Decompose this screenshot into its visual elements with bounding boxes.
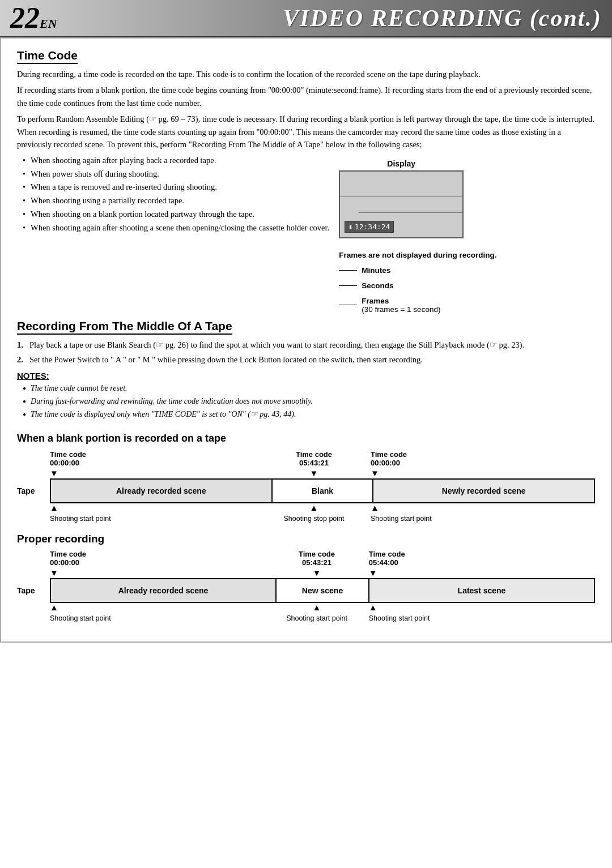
frames-note-row: Frames are not displayed during recordin… <box>339 251 496 259</box>
note-0: The time code cannot be reset. <box>23 382 595 394</box>
proper-bottom-labels: Shooting start point Shooting start poin… <box>17 614 595 622</box>
blank-bottom-arrows: ▲ ▲ ▲ <box>17 503 595 515</box>
seconds-label: Seconds <box>362 281 393 290</box>
blank-tc-col-0: Time code 00:00:00 <box>50 450 274 467</box>
proper-bottom-arrows: ▲ ▲ ▲ <box>17 603 595 614</box>
proper-shoot-label-0: Shooting start point <box>50 614 276 622</box>
blank-tc-label-2: Time code <box>371 450 407 459</box>
blank-tc-headers: Time code 00:00:00 Time code 05:43:21 Ti… <box>17 450 595 467</box>
step-2: 2. Set the Power Switch to " A " or " M … <box>17 353 595 366</box>
proper-arrow-up-2: ▲ <box>369 603 377 613</box>
proper-tc-val-2: 05:44:00 <box>369 558 398 567</box>
blank-arrow-down-1: ▼ <box>310 469 318 478</box>
blank-tape-bar-row: Tape Already recorded scene Blank Newly … <box>17 478 595 503</box>
blank-tape-bar: Already recorded scene Blank Newly recor… <box>50 478 595 503</box>
proper-tc-col-2: Time code 05:44:00 <box>369 550 595 567</box>
bullet-item-1: When power shuts off during shooting. <box>23 168 330 181</box>
blank-seg-1: Blank <box>273 480 374 502</box>
proper-seg-1: New scene <box>277 579 369 602</box>
blank-tape-label: Tape <box>17 478 50 503</box>
blank-arrow-up-2: ▲ <box>371 503 379 513</box>
timecode-icon: ▮ <box>348 223 352 230</box>
minutes-line <box>339 270 357 271</box>
proper-tc-label-2: Time code <box>369 550 405 558</box>
proper-arrow-down-0: ▼ <box>50 568 58 578</box>
proper-tc-val-1: 05:43:21 <box>302 558 332 567</box>
proper-recording-section: Proper recording Time code 00:00:00 Time… <box>17 533 595 622</box>
time-code-para1: During recording, a time code is recorde… <box>17 68 595 80</box>
blank-tc-label-0: Time code <box>50 450 86 459</box>
seconds-row: Seconds <box>339 281 496 290</box>
proper-arrow-up-1: ▲ <box>313 603 321 613</box>
page-number: 22EN <box>10 3 57 33</box>
proper-seg-0: Already recorded scene <box>51 579 277 602</box>
notes-title: NOTES: <box>17 371 595 380</box>
time-code-para2: If recording starts from a blank portion… <box>17 84 595 109</box>
recording-steps: 1. Play back a tape or use Blank Search … <box>17 339 595 366</box>
bullet-item-0: When shooting again after playing back a… <box>23 155 330 167</box>
proper-shoot-label-2: Shooting start point <box>369 614 595 622</box>
bullet-list: When shooting again after playing back a… <box>23 155 330 234</box>
proper-tc-headers: Time code 00:00:00 Time code 05:43:21 Ti… <box>17 550 595 567</box>
proper-tc-col-0: Time code 00:00:00 <box>50 550 276 567</box>
main-content: Time Code During recording, a time code … <box>0 37 612 643</box>
minutes-row: Minutes <box>339 266 496 275</box>
frames-sub: (30 frames = 1 second) <box>362 305 440 314</box>
display-box: ▮ 12:34:24 <box>339 170 464 238</box>
display-label: Display <box>387 159 415 168</box>
proper-top-arrows: ▼ ▼ ▼ <box>17 567 595 578</box>
proper-arrow-down-1: ▼ <box>313 568 321 578</box>
proper-tc-label-0: Time code <box>50 550 86 558</box>
time-code-col-layout: When shooting again after playing back a… <box>17 155 595 314</box>
notes-block: NOTES: The time code cannot be reset. Du… <box>17 371 595 420</box>
blank-bottom-labels: Shooting start point Shooting stop point… <box>17 515 595 523</box>
proper-arrow-down-2: ▼ <box>369 568 377 578</box>
blank-tc-label-1: Time code <box>296 450 332 459</box>
proper-shoot-label-1: Shooting start point <box>270 614 363 622</box>
blank-tc-val-2: 00:00:00 <box>371 459 400 467</box>
blank-arrow-down-2: ▼ <box>371 469 379 478</box>
proper-tc-label-1: Time code <box>299 550 335 558</box>
blank-shoot-label-0: Shooting start point <box>50 515 274 523</box>
proper-tc-col-1: Time code 05:43:21 <box>270 550 363 567</box>
frames-line <box>339 305 357 305</box>
blank-portion-title: When a blank portion is recorded on a ta… <box>17 433 595 444</box>
blank-top-arrows: ▼ ▼ ▼ <box>17 467 595 478</box>
blank-tc-val-0: 00:00:00 <box>50 459 79 467</box>
blank-seg-2: Newly recorded scene <box>373 480 594 502</box>
blank-tc-col-2: Time code 00:00:00 <box>371 450 595 467</box>
frames-row: Frames (30 frames = 1 second) <box>339 297 496 314</box>
seconds-line <box>339 285 357 286</box>
blank-seg-0: Already recorded scene <box>51 480 273 502</box>
page-header: 22EN VIDEO RECORDING (cont.) <box>0 0 612 37</box>
bullet-item-4: When shooting on a blank portion located… <box>23 208 330 221</box>
frames-label: Frames <box>362 297 440 305</box>
blank-shoot-label-1: Shooting stop point <box>263 515 365 523</box>
proper-seg-2: Latest scene <box>369 579 594 602</box>
display-col: Display ▮ 12:34:24 Frames are not displa… <box>339 155 595 314</box>
blank-arrow-up-1: ▲ <box>310 503 318 513</box>
blank-arrow-down-0: ▼ <box>50 469 58 478</box>
proper-arrow-up-0: ▲ <box>50 603 58 613</box>
note-2: The time code is displayed only when "TI… <box>23 408 595 420</box>
frames-note: Frames are not displayed during recordin… <box>339 251 496 259</box>
proper-tc-val-0: 00:00:00 <box>50 558 79 567</box>
blank-arrow-up-0: ▲ <box>50 503 58 513</box>
step-1: 1. Play back a tape or use Blank Search … <box>17 339 595 351</box>
time-code-title: Time Code <box>17 49 78 64</box>
page-title: VIDEO RECORDING (cont.) <box>283 5 602 32</box>
timecode-display: ▮ 12:34:24 <box>345 221 394 233</box>
blank-tc-col-1: Time code 05:43:21 <box>263 450 365 467</box>
blank-portion-section: When a blank portion is recorded on a ta… <box>17 433 595 523</box>
recording-title: Recording From The Middle Of A Tape <box>17 319 232 335</box>
proper-recording-title: Proper recording <box>17 533 595 545</box>
note-1: During fast-forwarding and rewinding, th… <box>23 395 595 407</box>
notes-list: The time code cannot be reset. During fa… <box>23 382 595 420</box>
minutes-label: Minutes <box>362 266 390 275</box>
display-wrapper: Display ▮ 12:34:24 <box>339 159 464 238</box>
proper-tape-bar: Already recorded scene New scene Latest … <box>50 578 595 603</box>
blank-shoot-label-2: Shooting start point <box>371 515 595 523</box>
bullet-item-5: When shooting again after shooting a sce… <box>23 222 330 234</box>
time-code-para3: To perform Random Assemble Editing (☞ pg… <box>17 113 595 151</box>
bullet-item-2: When a tape is removed and re-inserted d… <box>23 181 330 194</box>
